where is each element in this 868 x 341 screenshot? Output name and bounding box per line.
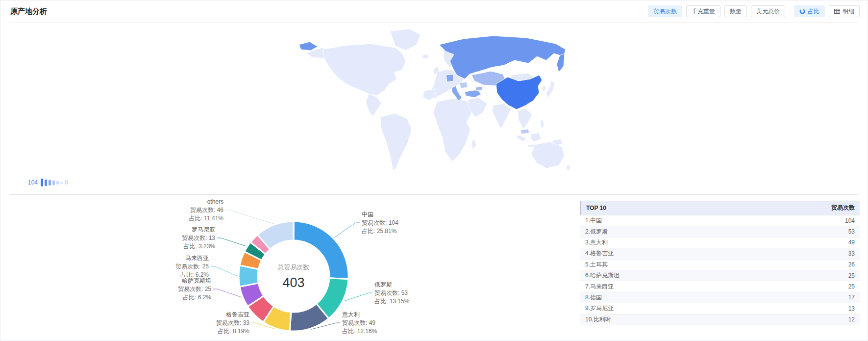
pie-label-value: 贸易次数: 46 (190, 207, 223, 213)
map-country-russia-east (299, 42, 318, 51)
table-cell-country: 6.哈萨克斯坦 (580, 271, 765, 280)
table-header-top10: TOP 10 (581, 205, 765, 211)
pie-label-line (225, 210, 274, 224)
table-cell-value: 53 (765, 228, 860, 235)
map-country-japan (546, 80, 555, 98)
donut-center-total: 403 (282, 275, 304, 290)
map-region-south-america (380, 113, 412, 170)
map-country-germany (446, 74, 454, 82)
table-row[interactable]: 7.马来西亚25 (580, 281, 860, 292)
table-cell-country: 7.马来西亚 (580, 283, 765, 291)
map-legend[interactable]: 104 0 (28, 176, 68, 189)
pie-label-value: 贸易次数: 25 (178, 286, 211, 292)
table-header-row: TOP 10 贸易次数 (580, 201, 860, 215)
map-country-georgia (475, 86, 482, 91)
toolbar: 贸易次数 千克重量 数量 美元总价 占比 明细 (648, 5, 860, 17)
map-region-central-america (366, 94, 381, 116)
pie-label-percent: 占比: 25.81% (362, 228, 397, 235)
view-button-detail[interactable]: 明细 (829, 5, 860, 17)
page-title: 原产地分析 (10, 7, 47, 16)
table-cell-value: 26 (765, 261, 860, 268)
metric-button-quantity[interactable]: 数量 (724, 5, 747, 17)
map-country-madagascar (471, 139, 476, 150)
table-cell-value: 25 (765, 272, 860, 279)
table-cell-value: 49 (765, 239, 860, 246)
legend-bar (52, 181, 55, 185)
pie-label-name: 中国 (362, 211, 373, 218)
metric-button-kg-weight[interactable]: 千克重量 (686, 5, 720, 17)
table-cell-country: 3.意大利 (580, 238, 765, 247)
donut-chart[interactable]: 中国贸易次数: 104占比: 25.81%俄罗斯贸易次数: 53占比: 13.1… (138, 195, 451, 341)
header-divider (10, 23, 858, 23)
pie-label-name: 罗马尼亚 (192, 226, 215, 233)
pie-label-value: 贸易次数: 53 (374, 289, 408, 296)
map-country-new-zealand (566, 164, 570, 171)
pie-label-value: 贸易次数: 13 (182, 235, 215, 241)
map-countries[interactable] (299, 29, 570, 171)
table-cell-country: 2.俄罗斯 (580, 228, 765, 236)
table-header-trade-count: 贸易次数 (765, 204, 860, 212)
pie-label-value: 贸易次数: 49 (342, 319, 375, 326)
pie-label-name: 意大利 (342, 311, 360, 318)
view-button-proportion[interactable]: 占比 (794, 5, 825, 17)
pie-label-value: 贸易次数: 104 (362, 219, 398, 226)
table-cell-value: 13 (765, 305, 860, 312)
table-cell-value: 104 (765, 217, 860, 224)
map-country-turkey (465, 90, 481, 98)
map-country-iceland (422, 54, 429, 58)
metric-button-usd-total[interactable]: 美元总价 (751, 5, 785, 17)
legend-bar (56, 181, 59, 184)
legend-bars (41, 179, 63, 186)
table-row[interactable]: 2.俄罗斯53 (580, 226, 860, 237)
table-row[interactable]: 10.比利时12 (580, 315, 860, 325)
legend-bar (49, 180, 51, 185)
map-country-romania (460, 82, 468, 88)
donut-icon (799, 8, 805, 14)
map-island-borneo (530, 133, 541, 142)
metric-button-trade-count[interactable]: 贸易次数 (648, 5, 682, 17)
origin-analysis-panel: 原产地分析 贸易次数 千克重量 数量 美元总价 占比 (0, 0, 868, 341)
pie-label-percent: 占比: 8.19% (218, 328, 249, 335)
table-cell-value: 17 (765, 294, 860, 301)
map-island-sumatra (517, 135, 526, 142)
map-country-malaysia (521, 129, 529, 134)
pie-label-line (344, 293, 372, 301)
world-map-svg[interactable] (297, 25, 571, 172)
world-map[interactable] (297, 25, 571, 172)
pie-label-name: others (207, 198, 223, 205)
top10-table: TOP 10 贸易次数 1.中国1042.俄罗斯533.意大利494.格鲁吉亚3… (580, 201, 860, 325)
table-row[interactable]: 1.中国104 (580, 215, 860, 226)
table-row[interactable]: 6.哈萨克斯坦25 (580, 270, 860, 281)
pie-label-percent: 占比: 12.16% (342, 328, 377, 335)
pie-label-line (213, 289, 242, 297)
pie-label-line (217, 238, 247, 246)
table-cell-country: 9.罗马尼亚 (580, 304, 765, 313)
table-cell-value: 12 (765, 316, 860, 323)
table-cell-value: 25 (765, 283, 860, 290)
pie-label-name: 格鲁吉亚 (225, 311, 249, 318)
map-country-italy (452, 86, 462, 101)
map-country-philippines (540, 119, 544, 128)
table-cell-country: 10.比利时 (580, 315, 765, 324)
table-grid-icon (834, 8, 840, 14)
pie-label-name: 哈萨克斯坦 (182, 277, 211, 284)
table-row[interactable]: 9.罗马尼亚13 (580, 303, 860, 314)
table-row[interactable]: 5.土耳其26 (580, 260, 860, 270)
map-country-korea (542, 85, 546, 92)
pie-label-line (334, 223, 360, 237)
table-row[interactable]: 4.格鲁吉亚33 (580, 248, 860, 259)
pie-label-percent: 占比: 6.2% (183, 294, 211, 301)
legend-bar (41, 179, 43, 186)
table-row[interactable]: 3.意大利49 (580, 237, 860, 248)
table-row[interactable]: 8.德国17 (580, 292, 860, 303)
table-body: 1.中国1042.俄罗斯533.意大利494.格鲁吉亚335.土耳其266.哈萨… (580, 215, 860, 325)
map-region-north-america (322, 44, 406, 96)
table-cell-country: 8.德国 (580, 293, 765, 302)
table-cell-value: 33 (765, 250, 860, 257)
donut-center-label: 总贸易次数 (277, 263, 310, 271)
table-cell-country: 1.中国 (580, 216, 765, 225)
pie-label-value: 贸易次数: 33 (216, 319, 249, 326)
map-country-india (492, 104, 511, 129)
legend-bar (60, 182, 63, 184)
legend-max-value: 104 (28, 179, 38, 186)
